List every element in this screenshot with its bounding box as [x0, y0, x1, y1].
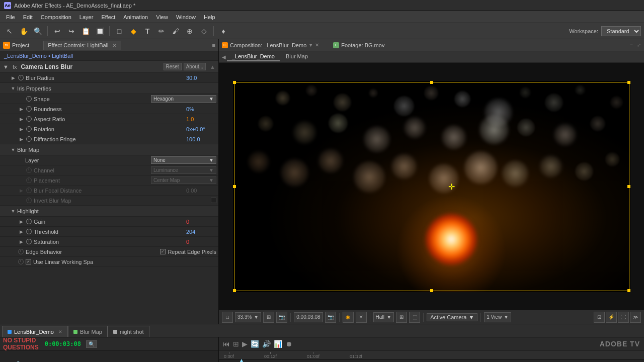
view-dropdown[interactable]: 1 View ▼ — [484, 312, 511, 322]
diffraction-value[interactable]: 100.0 — [186, 136, 216, 142]
timeline-search-icon[interactable]: 🔍 — [86, 340, 97, 348]
menu-window[interactable]: Window — [172, 13, 200, 21]
viewer-prev-arrow[interactable]: ◀ — [222, 54, 226, 60]
grid-btn[interactable]: ⊞ — [396, 312, 407, 323]
linear-working-checkbox[interactable] — [26, 259, 31, 264]
redo-btn[interactable]: ↪ — [65, 25, 78, 38]
bottom-tab-blurmap[interactable]: Blur Map — [68, 326, 108, 337]
reset-btn[interactable]: Reset — [164, 63, 182, 70]
full-screen-btn[interactable]: ⛶ — [618, 312, 629, 323]
roundness-value[interactable]: 0% — [186, 106, 216, 112]
diffraction-stopwatch[interactable] — [25, 136, 32, 143]
menu-file[interactable]: File — [2, 13, 19, 21]
transport-prev-btn[interactable]: ⏮ — [223, 340, 230, 348]
effect-expand-arrow[interactable]: ▼ — [3, 64, 9, 70]
corner-handle-br[interactable] — [627, 289, 630, 292]
fill-btn[interactable]: ◆ — [127, 25, 140, 38]
active-camera-control[interactable]: Active Camera ▼ — [427, 313, 477, 321]
diffraction-expand[interactable] — [18, 136, 24, 142]
saturation-value[interactable]: 0 — [186, 239, 216, 245]
threshold-expand[interactable] — [18, 229, 24, 235]
about-btn[interactable]: About... — [184, 63, 206, 70]
rotation-value[interactable]: 0x+0.0° — [186, 126, 216, 132]
select-tool-btn[interactable]: ↖ — [3, 25, 16, 38]
pen-tool-btn[interactable]: ✏ — [155, 25, 168, 38]
text-tool-btn[interactable]: T — [141, 25, 154, 38]
shape-stopwatch[interactable] — [25, 96, 32, 103]
blur-radius-value[interactable]: 30.0 — [186, 75, 216, 81]
blur-radius-expand[interactable] — [10, 75, 16, 81]
menu-effect[interactable]: Effect — [97, 13, 119, 21]
hand-tool-btn[interactable]: ✋ — [17, 25, 30, 38]
clone-btn[interactable]: ⊕ — [183, 25, 196, 38]
eraser-btn[interactable]: ◇ — [197, 25, 210, 38]
always-preview-btn[interactable]: ⊡ — [594, 312, 605, 323]
timecode-display[interactable]: 0:00:03:08 — [294, 312, 323, 322]
comp-close-x[interactable]: ✕ — [315, 42, 319, 48]
capture-btn[interactable]: 📷 — [325, 312, 336, 323]
bottom-tab-nightshot[interactable]: night shot — [108, 326, 149, 337]
iris-expand[interactable] — [10, 85, 16, 92]
snapshot-btn[interactable]: 📷 — [276, 312, 287, 323]
comp-expand-btn[interactable]: ⤢ — [637, 42, 641, 48]
viewer-region-btn[interactable]: □ — [222, 312, 233, 323]
threshold-stopwatch[interactable] — [25, 228, 32, 235]
shape-dropdown[interactable]: Hexagon ▼ — [151, 95, 216, 103]
blur-radius-stopwatch[interactable] — [17, 74, 24, 81]
toggle-transparency-btn[interactable]: ⬚ — [409, 312, 420, 323]
quality-dropdown[interactable]: Half ▼ — [373, 312, 394, 322]
effect-controls-content[interactable]: ▼ fx Camera Lens Blur Reset About... ▲ B… — [0, 61, 218, 324]
puppet-btn[interactable]: ♦ — [217, 25, 230, 38]
aspect-ratio-expand[interactable] — [18, 116, 24, 122]
viewer-tab-blurmap[interactable]: Blur Map — [281, 52, 313, 61]
gain-expand[interactable] — [18, 219, 24, 225]
aspect-ratio-stopwatch[interactable] — [25, 116, 32, 123]
rect-tool-btn[interactable]: □ — [113, 25, 126, 38]
corner-handle-ml[interactable] — [233, 185, 236, 188]
comp-panel-menu[interactable]: ≡ — [630, 42, 633, 48]
zoom-tool-btn[interactable]: 🔍 — [31, 25, 44, 38]
corner-handle-tr[interactable] — [627, 81, 630, 84]
menu-animation[interactable]: Animation — [119, 13, 152, 21]
comp-size-btn[interactable]: ⊞ — [263, 312, 274, 323]
undo-btn[interactable]: ↩ — [51, 25, 64, 38]
viewer-tab-lensbluir[interactable]: _LensBlur_Demo — [227, 52, 280, 61]
exposure-btn[interactable]: ☀ — [356, 312, 367, 323]
viewer-options-btn[interactable]: ≫ — [630, 312, 641, 323]
rotation-expand[interactable] — [18, 126, 24, 132]
effect-controls-tab[interactable]: Effect Controls: LightBall ✕ — [43, 41, 121, 50]
paint-btn[interactable]: 🖌 — [169, 25, 182, 38]
snap-btn[interactable]: 🔲 — [93, 25, 106, 38]
gain-stopwatch[interactable] — [25, 218, 32, 225]
transport-record-btn[interactable]: ⏺ — [285, 340, 292, 348]
transport-audio-btn[interactable]: 🔊 — [262, 340, 271, 348]
corner-handle-mr[interactable] — [627, 185, 630, 188]
layer-dropdown[interactable]: None ▼ — [151, 156, 216, 164]
saturation-stopwatch[interactable] — [25, 238, 32, 245]
aspect-ratio-value[interactable]: 1.0 — [186, 116, 216, 122]
roundness-stopwatch[interactable] — [25, 106, 32, 113]
rotation-stopwatch[interactable] — [25, 126, 32, 133]
panel-menu-btn[interactable]: ≡ — [212, 42, 215, 48]
panel-close-btn[interactable]: ✕ — [112, 42, 117, 48]
tab-close-lensblur[interactable]: ✕ — [58, 329, 62, 334]
color-mode-btn[interactable]: ◉ — [343, 312, 354, 323]
menu-composition[interactable]: Composition — [37, 13, 75, 21]
blur-map-expand[interactable] — [10, 147, 16, 153]
render-queue-btn[interactable]: 📋 — [79, 25, 92, 38]
menu-view[interactable]: View — [152, 13, 172, 21]
corner-handle-tm[interactable] — [430, 81, 433, 84]
roundness-expand[interactable] — [18, 106, 24, 112]
corner-handle-tl[interactable] — [233, 81, 236, 84]
threshold-value[interactable]: 204 — [186, 229, 216, 235]
highlight-expand[interactable] — [10, 208, 16, 214]
comp-dropdown-arrow[interactable]: ▼ — [308, 43, 313, 48]
edge-behavior-checkbox[interactable] — [160, 249, 166, 254]
menu-help[interactable]: Help — [200, 13, 219, 21]
transport-chart-btn[interactable]: 📊 — [274, 340, 282, 348]
fast-preview-btn[interactable]: ⚡ — [606, 312, 617, 323]
saturation-expand[interactable] — [18, 239, 24, 245]
corner-handle-bl[interactable] — [233, 289, 236, 292]
gain-value[interactable]: 0 — [186, 219, 216, 225]
corner-handle-bm[interactable] — [430, 289, 433, 292]
